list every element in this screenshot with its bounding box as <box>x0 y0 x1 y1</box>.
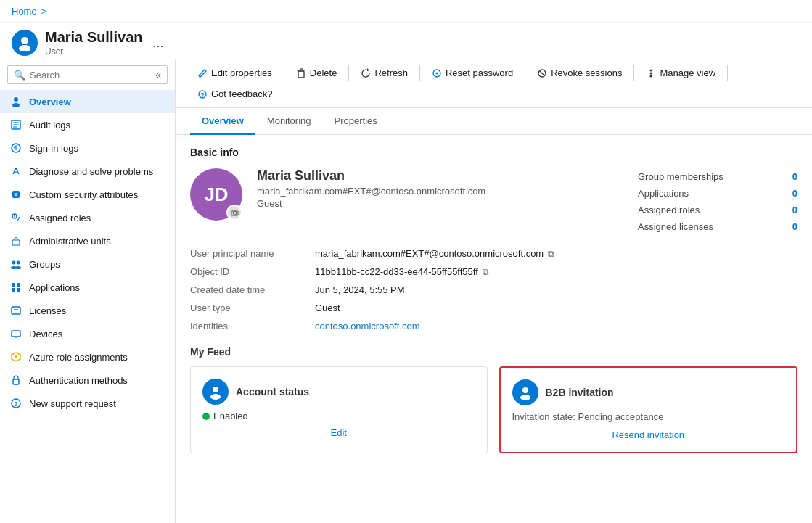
tab-properties[interactable]: Properties <box>323 108 389 135</box>
tab-monitoring[interactable]: Monitoring <box>255 108 323 135</box>
sidebar-item-overview[interactable]: Overview <box>0 90 175 113</box>
identities-link[interactable]: contoso.onmicrosoft.com <box>315 321 420 331</box>
breadcrumb: Home > <box>0 0 812 23</box>
sidebar-item-azure-role[interactable]: Azure role assignments <box>0 345 175 368</box>
feedback-button[interactable]: ? Got feedback? <box>190 85 280 103</box>
svg-point-13 <box>14 215 15 217</box>
account-status-title: Account status <box>236 386 309 398</box>
edit-properties-button[interactable]: Edit properties <box>190 64 279 82</box>
svg-text:?: ? <box>14 400 18 408</box>
sidebar-item-assigned-roles[interactable]: Assigned roles <box>0 206 175 229</box>
delete-icon <box>296 68 306 78</box>
diagnose-icon <box>10 165 22 177</box>
more-options-button[interactable]: ... <box>153 36 164 51</box>
breadcrumb-home[interactable]: Home <box>12 6 37 17</box>
refresh-button[interactable]: Refresh <box>353 64 415 82</box>
svg-point-51 <box>520 395 530 400</box>
revoke-sessions-button[interactable]: Revoke sessions <box>530 64 629 82</box>
profile-section: JD Maria Sullivan maria_fabrikam.com#EXT… <box>190 168 485 221</box>
user-type-value: Guest <box>315 302 698 313</box>
stat-group-memberships: Group memberships 0 <box>638 171 797 182</box>
b2b-avatar <box>512 379 538 405</box>
user-type-label: Guest <box>257 198 485 209</box>
page-header: Maria Sullivan User ... <box>0 23 812 59</box>
stat-assigned-roles: Assigned roles 0 <box>638 205 797 215</box>
search-box[interactable]: 🔍 « <box>7 65 168 84</box>
sidebar-item-new-support[interactable]: ? New support request <box>0 392 175 415</box>
reset-password-button[interactable]: Reset password <box>425 64 520 82</box>
sidebar-item-licenses[interactable]: Licenses <box>0 299 175 322</box>
sidebar-item-admin-units[interactable]: Administrative units <box>0 229 175 252</box>
svg-point-38 <box>435 72 438 74</box>
groups-icon <box>10 258 22 270</box>
sidebar-item-label: New support request <box>29 398 116 409</box>
audit-logs-icon <box>10 119 22 131</box>
sidebar-item-label: Assigned roles <box>29 213 91 223</box>
person-icon <box>17 35 33 51</box>
user-email: maria_fabrikam.com#EXT#@contoso.onmicros… <box>257 186 485 197</box>
svg-text:A: A <box>14 192 17 197</box>
copy-object-id-button[interactable]: ⧉ <box>483 267 489 277</box>
svg-point-46 <box>233 211 237 215</box>
edit-account-link[interactable]: Edit <box>202 427 475 438</box>
stat-applications: Applications 0 <box>638 188 797 199</box>
refresh-label: Refresh <box>374 67 408 78</box>
sidebar-item-applications[interactable]: Applications <box>0 276 175 299</box>
b2b-avatar-icon <box>517 384 533 400</box>
account-avatar-icon <box>208 384 223 400</box>
account-status-header: Account status <box>202 379 475 405</box>
sidebar-item-label: Diagnose and solve problems <box>29 166 153 177</box>
sidebar-item-label: Authentication methods <box>29 375 128 386</box>
content-area: Basic info JD Maria Sullivan ma <box>176 135 812 523</box>
overview-icon <box>10 96 22 107</box>
stats-section: Group memberships 0 Applications 0 Assig… <box>638 171 797 235</box>
svg-point-2 <box>14 97 18 102</box>
manage-view-label: Manage view <box>660 67 715 78</box>
applications-icon <box>10 281 22 293</box>
sidebar-item-diagnose[interactable]: Diagnose and solve problems <box>0 160 175 183</box>
user-avatar: JD <box>190 168 242 221</box>
svg-rect-21 <box>12 288 15 292</box>
svg-point-43 <box>650 75 652 77</box>
svg-text:?: ? <box>200 91 205 99</box>
account-enabled-status: Enabled <box>202 411 475 421</box>
delete-button[interactable]: Delete <box>289 64 345 82</box>
manage-view-button[interactable]: Manage view <box>639 64 723 82</box>
svg-rect-14 <box>12 240 20 245</box>
refresh-icon <box>361 68 371 78</box>
toolbar-sep-2 <box>348 65 349 81</box>
account-status-avatar <box>202 379 229 405</box>
licenses-icon <box>10 305 22 316</box>
collapse-button[interactable]: « <box>155 69 161 81</box>
toolbar-sep-5 <box>633 65 634 81</box>
search-input[interactable] <box>30 70 151 81</box>
revoke-icon <box>537 68 547 78</box>
sidebar-item-groups[interactable]: Groups <box>0 252 175 276</box>
tab-overview[interactable]: Overview <box>190 108 255 135</box>
sidebar-item-custom-security[interactable]: A Custom security attributes <box>0 183 175 206</box>
account-status-card: Account status Enabled Edit <box>190 366 488 453</box>
svg-rect-25 <box>12 331 20 337</box>
sidebar-item-auth-methods[interactable]: Authentication methods <box>0 368 175 392</box>
edit-label: Edit properties <box>211 67 272 78</box>
svg-point-28 <box>15 355 17 358</box>
b2b-status: Invitation state: Pending acceptance <box>512 411 785 422</box>
resend-invitation-link[interactable]: Resend invitation <box>512 429 785 440</box>
svg-rect-20 <box>17 283 20 287</box>
sidebar-item-devices[interactable]: Devices <box>0 322 175 345</box>
upn-label: User principal name <box>190 248 306 259</box>
camera-button[interactable] <box>226 205 242 221</box>
svg-rect-23 <box>12 307 20 314</box>
user-identity: Maria Sullivan User <box>45 29 143 57</box>
object-id-value: 11bb11bb-cc22-dd33-ee44-55ff55ff55ff ⧉ <box>315 266 698 277</box>
feedback-label: Got feedback? <box>211 88 273 99</box>
sidebar-item-label: Azure role assignments <box>29 352 128 363</box>
identities-label: Identities <box>190 321 306 331</box>
sidebar-item-audit-logs[interactable]: Audit logs <box>0 113 175 136</box>
reset-password-label: Reset password <box>446 67 513 78</box>
feed-cards: Account status Enabled Edit <box>190 366 797 453</box>
object-id-label: Object ID <box>190 266 306 277</box>
copy-upn-button[interactable]: ⧉ <box>548 249 554 259</box>
status-dot-green <box>202 413 210 420</box>
sidebar-item-signin-logs[interactable]: Sign-in logs <box>0 136 175 160</box>
